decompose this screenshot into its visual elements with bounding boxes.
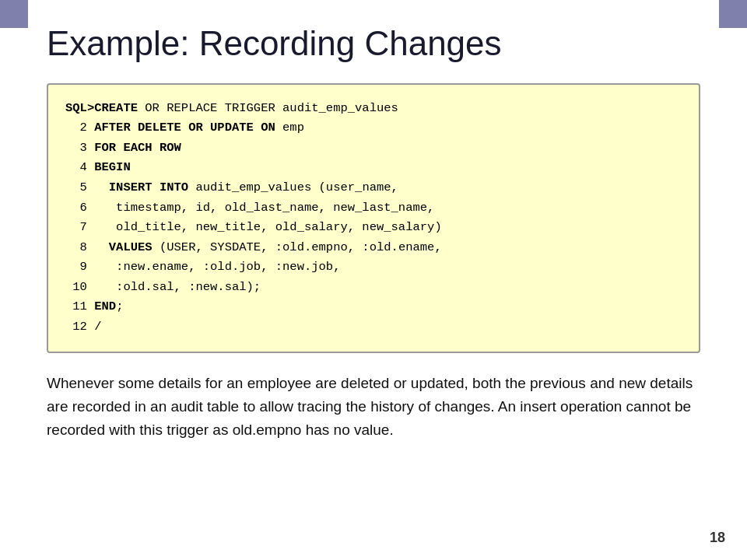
description-text: Whenever some details for an employee ar… [47, 372, 700, 443]
code-line-8: 8 VALUES (USER, SYSDATE, :old.empno, :ol… [65, 238, 682, 258]
code-line-5: 5 INSERT INTO audit_emp_values (user_nam… [65, 178, 682, 198]
code-line-11: 11 END; [65, 297, 682, 317]
code-line-1: SQL>CREATE OR REPLACE TRIGGER audit_emp_… [65, 99, 682, 119]
deco-top-left [0, 0, 28, 28]
sql-keyword: SQL>CREATE [65, 101, 138, 115]
code-line-4: 4 BEGIN [65, 158, 682, 178]
code-line-12: 12 / [65, 317, 682, 338]
code-line-3: 3 FOR EACH ROW [65, 138, 682, 159]
code-block: SQL>CREATE OR REPLACE TRIGGER audit_emp_… [47, 83, 700, 353]
slide-container: Example: Recording Changes SQL>CREATE OR… [0, 0, 747, 560]
code-line-2: 2 AFTER DELETE OR UPDATE ON emp [65, 118, 682, 138]
slide-number: 18 [710, 530, 725, 546]
code-line-9: 9 :new.ename, :old.job, :new.job, [65, 257, 682, 278]
code-line-6: 6 timestamp, id, old_last_name, new_last… [65, 198, 682, 219]
slide-title: Example: Recording Changes [47, 23, 700, 65]
deco-top-right [719, 0, 747, 28]
code-line-10: 10 :old.sal, :new.sal); [65, 278, 682, 298]
code-line-7: 7 old_title, new_title, old_salary, new_… [65, 218, 682, 238]
